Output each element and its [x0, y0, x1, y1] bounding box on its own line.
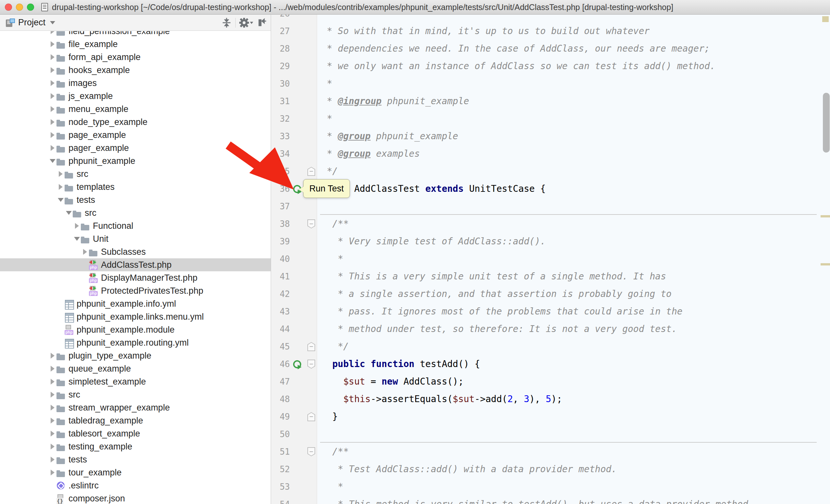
tree-item-js_example[interactable]: js_example: [0, 90, 271, 103]
tree-item-form_api_example[interactable]: form_api_example: [0, 51, 271, 64]
chevron-right-icon[interactable]: [49, 405, 57, 410]
warning-stripe-mark[interactable]: [821, 263, 830, 266]
code-line-43[interactable]: * pass. It ignores most of the problems …: [321, 303, 683, 320]
tree-item-AddClassTest.php[interactable]: phpAddClassTest.php: [0, 258, 271, 271]
chevron-down-icon[interactable]: [49, 159, 57, 163]
chevron-right-icon[interactable]: [49, 145, 57, 151]
tree-item-src[interactable]: src: [0, 167, 271, 180]
tree-item-menu_example[interactable]: menu_example: [0, 103, 271, 115]
tree-item-phpunit_example.routing.yml[interactable]: phpunit_example.routing.yml: [0, 336, 271, 349]
code-line-29[interactable]: * we only want an instance of AddClass s…: [321, 58, 715, 75]
code-line-45[interactable]: */: [321, 338, 349, 356]
tree-item-hooks_example[interactable]: hooks_example: [0, 64, 271, 76]
chevron-right-icon[interactable]: [49, 67, 57, 73]
fold-marker-icon[interactable]: [308, 408, 315, 426]
tree-item-tablesort_example[interactable]: tablesort_example: [0, 427, 271, 440]
chevron-right-icon[interactable]: [81, 249, 89, 255]
tree-item-tour_example[interactable]: tour_example: [0, 466, 271, 479]
tree-item-src[interactable]: src: [0, 388, 271, 401]
tree-item-tests[interactable]: tests: [0, 453, 271, 466]
zoom-button[interactable]: [27, 4, 34, 11]
editor-scrollbar-thumb[interactable]: [823, 93, 830, 153]
chevron-right-icon[interactable]: [49, 392, 57, 398]
code-line-53[interactable]: *: [321, 478, 343, 496]
code-line-32[interactable]: *: [321, 110, 332, 128]
tree-item-Unit[interactable]: Unit: [0, 232, 271, 245]
run-test-icon[interactable]: [293, 356, 301, 373]
tree-item-page_example[interactable]: page_example: [0, 129, 271, 141]
chevron-right-icon[interactable]: [49, 418, 57, 424]
code-editor[interactable]: * So with that in mind, it's up to us to…: [317, 14, 830, 504]
project-panel-title[interactable]: Project: [18, 18, 45, 28]
code-line-48[interactable]: $this->assertEquals($sut->add(2, 3), 5);: [321, 391, 562, 408]
code-line-27[interactable]: * So with that in mind, it's up to us to…: [321, 23, 649, 40]
fold-marker-icon[interactable]: [308, 163, 315, 180]
tree-item-phpunit_example.info.yml[interactable]: phpunit_example.info.yml: [0, 297, 271, 310]
code-line-41[interactable]: * This is a very simple unit test of a s…: [321, 268, 666, 285]
tree-item-queue_example[interactable]: queue_example: [0, 362, 271, 375]
code-line-44[interactable]: * method under test, so therefore: It is…: [321, 320, 677, 338]
tree-item-DisplayManagerTest.php[interactable]: phpDisplayManagerTest.php: [0, 271, 271, 284]
chevron-right-icon[interactable]: [49, 132, 57, 138]
code-line-49[interactable]: }: [321, 408, 338, 426]
code-line-39[interactable]: * Very simple test of AddClass::add().: [321, 233, 546, 250]
code-line-42[interactable]: * a single assertion, and that assertion…: [321, 285, 672, 303]
minimize-button[interactable]: [16, 4, 23, 11]
tree-item-phpunit_example[interactable]: phpunit_example: [0, 155, 271, 167]
warning-stripe-mark[interactable]: [821, 215, 830, 217]
tree-item-images[interactable]: images: [0, 76, 271, 90]
chevron-right-icon[interactable]: [49, 106, 57, 112]
chevron-down-icon[interactable]: [57, 198, 65, 202]
chevron-down-icon[interactable]: [65, 211, 73, 215]
code-line-54[interactable]: * This method is very similar to testAdd…: [321, 496, 748, 504]
chevron-right-icon[interactable]: [49, 431, 57, 437]
tree-item-node_type_example[interactable]: node_type_example: [0, 115, 271, 129]
tree-item-pager_example[interactable]: pager_example: [0, 141, 271, 155]
code-line-31[interactable]: * @ingroup phpunit_example: [321, 93, 469, 110]
gear-icon[interactable]: [239, 17, 253, 28]
tree-item-ProtectedPrivatesTest.php[interactable]: phpProtectedPrivatesTest.php: [0, 284, 271, 297]
tree-item-composer.json[interactable]: composer.json: [0, 492, 271, 504]
code-line-35[interactable]: */: [321, 163, 338, 180]
tree-item-tabledrag_example[interactable]: tabledrag_example: [0, 414, 271, 427]
tree-item-Subclasses[interactable]: Subclasses: [0, 245, 271, 258]
chevron-down-icon[interactable]: [73, 237, 81, 241]
tree-item-.eslintrc[interactable]: .eslintrc: [0, 479, 271, 492]
chevron-right-icon[interactable]: [49, 119, 57, 125]
tree-item-phpunit_example.links.menu.yml[interactable]: phpunit_example.links.menu.yml: [0, 310, 271, 323]
chevron-right-icon[interactable]: [57, 171, 65, 177]
chevron-right-icon[interactable]: [49, 41, 57, 47]
chevron-right-icon[interactable]: [57, 184, 65, 190]
chevron-right-icon[interactable]: [49, 80, 57, 86]
code-line-47[interactable]: $sut = new AddClass();: [321, 373, 464, 391]
chevron-right-icon[interactable]: [49, 31, 57, 34]
chevron-right-icon[interactable]: [49, 93, 57, 99]
chevron-right-icon[interactable]: [49, 457, 57, 463]
collapse-margins-icon[interactable]: [221, 17, 232, 28]
code-line-40[interactable]: *: [321, 250, 343, 268]
tree-item-file_example[interactable]: file_example: [0, 38, 271, 51]
chevron-right-icon[interactable]: [73, 223, 81, 229]
chevron-down-icon[interactable]: [50, 21, 55, 24]
tree-item-field_permission_example[interactable]: field_permission_example: [0, 31, 271, 38]
code-line-34[interactable]: * @group examples: [321, 145, 420, 163]
fold-marker-icon[interactable]: [308, 443, 315, 461]
tree-item-src[interactable]: src: [0, 206, 271, 220]
code-line-30[interactable]: *: [321, 75, 332, 93]
chevron-right-icon[interactable]: [49, 470, 57, 475]
code-line-46[interactable]: public function testAdd() {: [321, 356, 480, 373]
code-line-28[interactable]: * dependencies we need. In the case of A…: [321, 40, 710, 58]
code-line-51[interactable]: /**: [321, 443, 349, 461]
chevron-right-icon[interactable]: [49, 353, 57, 359]
code-line-52[interactable]: * Test AddClass::add() with a data provi…: [321, 461, 617, 478]
chevron-right-icon[interactable]: [49, 366, 57, 372]
tree-item-testing_example[interactable]: testing_example: [0, 440, 271, 453]
hide-panel-icon[interactable]: [256, 17, 267, 28]
chevron-right-icon[interactable]: [49, 379, 57, 384]
tree-item-stream_wrapper_example[interactable]: stream_wrapper_example: [0, 401, 271, 414]
tree-item-phpunit_example.module[interactable]: phpphpunit_example.module: [0, 323, 271, 336]
code-line-36[interactable]: class AddClassTest extends UnitTestCase …: [321, 180, 546, 198]
code-line-33[interactable]: * @group phpunit_example: [321, 128, 458, 145]
chevron-right-icon[interactable]: [49, 54, 57, 60]
fold-marker-icon[interactable]: [308, 356, 315, 373]
